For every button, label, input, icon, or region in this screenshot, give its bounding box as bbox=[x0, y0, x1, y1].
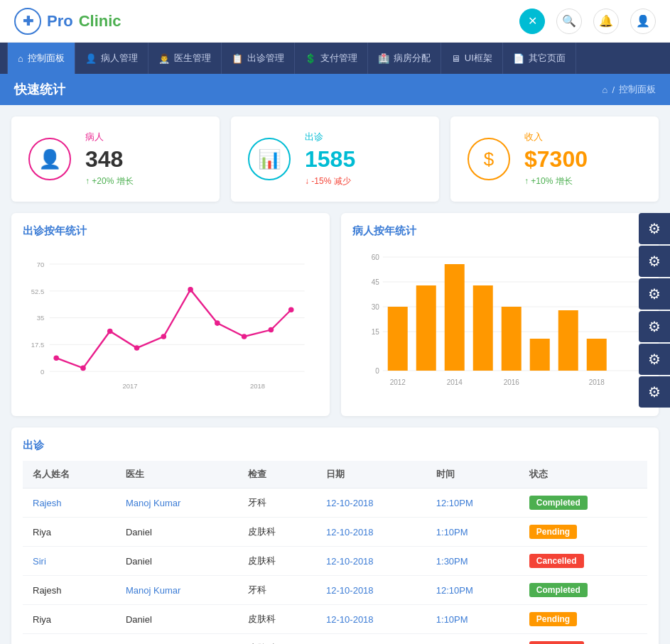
cell-status-5: Cancelled bbox=[519, 634, 647, 645]
status-badge-5: Cancelled bbox=[529, 641, 584, 644]
cell-date-3: 12-10-2018 bbox=[316, 576, 426, 605]
cell-patient-5: Siri bbox=[23, 634, 116, 645]
svg-text:2016: 2016 bbox=[503, 378, 519, 386]
nav-item-patients[interactable]: 👤病人管理 bbox=[75, 43, 148, 74]
gear-button-4[interactable]: ⚙ bbox=[639, 344, 670, 375]
stats-row: 👤 病人 348 ↑ +20% 增长 📊 出诊 1585 ↓ -15% 减少 $… bbox=[11, 116, 659, 202]
stat-value-patients: 348 bbox=[85, 146, 202, 173]
nav-item-outpatient[interactable]: 📋出诊管理 bbox=[222, 43, 295, 74]
nav-item-ward[interactable]: 🏥病房分配 bbox=[368, 43, 441, 74]
status-badge-3: Completed bbox=[529, 583, 588, 597]
svg-text:2018: 2018 bbox=[250, 382, 265, 390]
logo-pro: Pro bbox=[47, 12, 73, 31]
svg-rect-34 bbox=[444, 264, 464, 371]
table-row: Siri Daniel 皮肤科 12-10-2018 1:30PM Cancel… bbox=[23, 634, 647, 645]
gear-button-1[interactable]: ⚙ bbox=[639, 246, 670, 277]
stat-value-income: $7300 bbox=[524, 146, 642, 173]
status-badge-1: Pending bbox=[529, 525, 577, 539]
bar-chart-title: 病人按年统计 bbox=[352, 224, 648, 238]
col-patient: 名人姓名 bbox=[23, 461, 116, 489]
bar-chart: 60 45 30 15 0 2012 2014 2016 2018 bbox=[352, 246, 648, 403]
svg-point-16 bbox=[161, 334, 167, 339]
nav-label-dashboard: 控制面板 bbox=[28, 52, 65, 65]
stat-change-income: ↑ +10% 增长 bbox=[524, 175, 642, 187]
cell-status-2: Cancelled bbox=[519, 547, 647, 576]
patient-name-3: Rajesh bbox=[33, 585, 61, 596]
cell-time-2: 1:30PM bbox=[426, 547, 519, 576]
nav-label-patients: 病人管理 bbox=[101, 52, 138, 65]
cell-doctor-1: Daniel bbox=[116, 518, 238, 547]
cell-time-4: 1:10PM bbox=[426, 605, 519, 634]
stat-label-income: 收入 bbox=[524, 131, 642, 143]
gear-button-2[interactable]: ⚙ bbox=[639, 278, 670, 310]
header: ✚ ProClinic ✕ 🔍 🔔 👤 bbox=[0, 0, 670, 43]
user-button[interactable]: 👤 bbox=[630, 9, 656, 34]
svg-text:17.5: 17.5 bbox=[31, 341, 44, 349]
gear-button-3[interactable]: ⚙ bbox=[639, 311, 670, 342]
cell-patient-2: Siri bbox=[23, 547, 116, 576]
nav-icon-patients: 👤 bbox=[85, 53, 97, 64]
col-status: 状态 bbox=[519, 461, 647, 489]
table-header-row: 名人姓名 医生 检查 日期 时间 状态 bbox=[23, 461, 647, 489]
cell-exam-1: 皮肤科 bbox=[238, 518, 316, 547]
stat-icon-outpatient: 📊 bbox=[248, 138, 291, 180]
nav-item-payment[interactable]: 💲支付管理 bbox=[295, 43, 368, 74]
nav-item-doctors[interactable]: 👨‍⚕️医生管理 bbox=[148, 43, 222, 74]
cell-doctor-2: Daniel bbox=[116, 547, 238, 576]
svg-rect-37 bbox=[529, 339, 549, 371]
cell-patient-4: Riya bbox=[23, 605, 116, 634]
cell-status-0: Completed bbox=[519, 489, 647, 518]
svg-point-17 bbox=[188, 287, 193, 293]
doctor-name-4: Daniel bbox=[126, 614, 152, 625]
line-chart-card: 出诊按年统计 70 52.5 35 17.5 0 2017 2018 bbox=[11, 213, 330, 416]
svg-point-18 bbox=[215, 320, 220, 326]
stat-info-income: 收入 $7300 ↑ +10% 增长 bbox=[524, 131, 642, 187]
svg-point-12 bbox=[53, 355, 59, 361]
doctor-name-3[interactable]: Manoj Kumar bbox=[126, 585, 180, 596]
cell-exam-2: 皮肤科 bbox=[238, 547, 316, 576]
nav-bar: ⌂控制面板👤病人管理👨‍⚕️医生管理📋出诊管理💲支付管理🏥病房分配🖥UI框架📄其… bbox=[0, 43, 670, 74]
nav-item-other[interactable]: 📄其它页面 bbox=[503, 43, 576, 74]
gear-button-5[interactable]: ⚙ bbox=[639, 376, 670, 408]
status-badge-0: Completed bbox=[529, 496, 588, 510]
bar-chart-card: 病人按年统计 60 45 30 15 0 bbox=[341, 213, 659, 416]
stat-label-outpatient: 出诊 bbox=[305, 131, 422, 143]
doctor-name-2: Daniel bbox=[126, 556, 152, 567]
patient-name-2[interactable]: Siri bbox=[33, 556, 46, 567]
svg-text:70: 70 bbox=[37, 261, 45, 268]
nav-icon-other: 📄 bbox=[513, 53, 524, 64]
breadcrumb-bar: 快速统计 ⌂ / 控制面板 bbox=[0, 74, 670, 105]
cell-time-1: 1:10PM bbox=[426, 518, 519, 547]
patient-name-0[interactable]: Rajesh bbox=[33, 498, 61, 508]
gear-button-0[interactable]: ⚙ bbox=[639, 213, 670, 244]
cell-patient-1: Riya bbox=[23, 518, 116, 547]
logo-clinic: Clinic bbox=[79, 12, 121, 31]
svg-rect-33 bbox=[416, 285, 436, 371]
svg-point-14 bbox=[107, 329, 113, 334]
notification-button[interactable]: 🔔 bbox=[593, 9, 619, 34]
col-date: 日期 bbox=[316, 461, 426, 489]
nav-item-dashboard[interactable]: ⌂控制面板 bbox=[7, 43, 75, 74]
nav-icon-dashboard: ⌂ bbox=[18, 53, 23, 64]
cell-date-0: 12-10-2018 bbox=[316, 489, 426, 518]
nav-item-ui[interactable]: 🖥UI框架 bbox=[441, 43, 503, 74]
svg-point-21 bbox=[288, 307, 294, 312]
svg-text:2012: 2012 bbox=[389, 378, 406, 386]
close-button[interactable]: ✕ bbox=[519, 9, 545, 34]
cell-status-1: Pending bbox=[519, 518, 647, 547]
doctor-name-1: Daniel bbox=[126, 527, 152, 537]
table-row: Siri Daniel 皮肤科 12-10-2018 1:30PM Cancel… bbox=[23, 547, 647, 576]
patient-name-1: Riya bbox=[33, 527, 51, 537]
cell-exam-4: 皮肤科 bbox=[238, 605, 316, 634]
cell-status-3: Completed bbox=[519, 576, 647, 605]
svg-text:52.5: 52.5 bbox=[31, 288, 44, 295]
cell-date-1: 12-10-2018 bbox=[316, 518, 426, 547]
svg-text:0: 0 bbox=[375, 367, 379, 375]
stat-change-patients: ↑ +20% 增长 bbox=[85, 175, 202, 187]
search-button[interactable]: 🔍 bbox=[556, 9, 582, 34]
doctor-name-0[interactable]: Manoj Kumar bbox=[126, 498, 180, 508]
gear-panel: ⚙⚙⚙⚙⚙⚙ bbox=[639, 213, 670, 408]
cell-doctor-5: Daniel bbox=[116, 634, 238, 645]
nav-label-outpatient: 出诊管理 bbox=[247, 52, 284, 65]
stat-value-outpatient: 1585 bbox=[305, 146, 422, 173]
